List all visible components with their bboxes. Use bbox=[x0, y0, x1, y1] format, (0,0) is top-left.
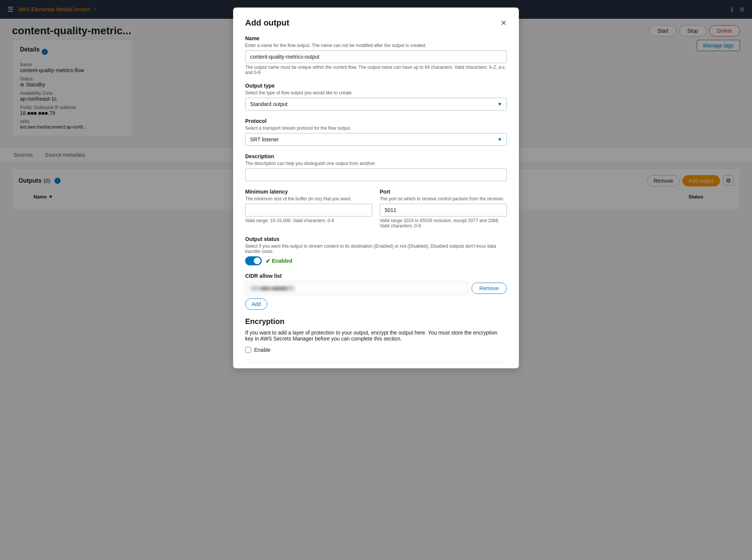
output-status-toggle[interactable] bbox=[245, 256, 262, 265]
protocol-select-wrapper: SRT listener SRT caller RTP RTP-FEC RIST… bbox=[245, 133, 507, 146]
cidr-row: Remove bbox=[245, 282, 507, 295]
name-field-label: Name bbox=[245, 35, 507, 41]
cidr-section: CIDR allow list Remove Add bbox=[245, 273, 507, 310]
name-section: Name Enter a name for the flow output. T… bbox=[245, 35, 507, 75]
latency-port-row: Minimum latency The minimum size of the … bbox=[245, 189, 507, 229]
check-circle-icon: ✔ bbox=[265, 257, 270, 265]
modal-overlay: Add output ✕ Name Enter a name for the f… bbox=[0, 0, 752, 560]
modal-close-button[interactable]: ✕ bbox=[500, 19, 507, 27]
page-background: ☰ AWS Elemental MediaConnect › ℹ ⚙ conte… bbox=[0, 0, 752, 560]
add-cidr-button[interactable]: Add bbox=[245, 298, 267, 310]
port-note: Valid range 1024 to 65535 inclusive, exc… bbox=[380, 218, 507, 229]
enable-encryption-label: Enable bbox=[254, 347, 271, 353]
name-field-hint: Enter a name for the flow output. The na… bbox=[245, 43, 507, 48]
output-type-hint: Select the type of flow output you would… bbox=[245, 90, 507, 95]
cidr-label: CIDR allow list bbox=[245, 273, 507, 279]
protocol-hint: Select a transport stream protocol for t… bbox=[245, 126, 507, 131]
protocol-section: Protocol Select a transport stream proto… bbox=[245, 118, 507, 146]
modal-footer: Cancel Add output bbox=[245, 362, 507, 368]
port-col: Port The port on which to receive contro… bbox=[380, 189, 507, 229]
description-hint: The description can help you distinguish… bbox=[245, 161, 507, 166]
port-hint: The port on which to receive control pac… bbox=[380, 196, 507, 201]
remove-cidr-button[interactable]: Remove bbox=[472, 283, 507, 294]
output-type-label: Output type bbox=[245, 83, 507, 89]
encryption-hint: If you want to add a layer of protection… bbox=[245, 330, 507, 342]
protocol-label: Protocol bbox=[245, 118, 507, 124]
output-status-section: Output status Select if you want this ou… bbox=[245, 236, 507, 265]
description-section: Description The description can help you… bbox=[245, 153, 507, 181]
enable-encryption-row: Enable bbox=[245, 347, 507, 353]
modal-header: Add output ✕ bbox=[245, 18, 507, 28]
min-latency-col: Minimum latency The minimum size of the … bbox=[245, 189, 372, 229]
add-output-modal: Add output ✕ Name Enter a name for the f… bbox=[233, 8, 519, 368]
output-type-select-wrapper: Standard output CDI output ST 2110 JPEG … bbox=[245, 98, 507, 110]
port-input[interactable] bbox=[380, 204, 507, 216]
encryption-section: Encryption If you want to add a layer of… bbox=[245, 317, 507, 353]
output-type-section: Output type Select the type of flow outp… bbox=[245, 83, 507, 110]
output-type-select[interactable]: Standard output CDI output ST 2110 JPEG … bbox=[245, 98, 507, 110]
enabled-label: ✔ Enabled bbox=[265, 257, 292, 265]
output-status-label: Output status bbox=[245, 236, 507, 242]
output-status-hint: Select if you want this output to stream… bbox=[245, 244, 507, 254]
name-field-note: The output name must be unique within th… bbox=[245, 65, 507, 75]
description-label: Description bbox=[245, 153, 507, 159]
name-input[interactable] bbox=[245, 50, 507, 63]
min-latency-input[interactable] bbox=[245, 204, 372, 216]
port-label: Port bbox=[380, 189, 507, 195]
cidr-input[interactable] bbox=[245, 282, 468, 295]
encryption-title: Encryption bbox=[245, 317, 507, 326]
min-latency-hint: The minimum size of the buffer (in ms) t… bbox=[245, 196, 372, 201]
toggle-row: ✔ Enabled bbox=[245, 256, 507, 265]
protocol-select[interactable]: SRT listener SRT caller RTP RTP-FEC RIST… bbox=[245, 133, 507, 146]
min-latency-note: Valid range: 10-15,000. Valid characters… bbox=[245, 218, 372, 223]
enable-encryption-checkbox[interactable] bbox=[245, 347, 251, 353]
min-latency-label: Minimum latency bbox=[245, 189, 372, 195]
modal-title: Add output bbox=[245, 18, 289, 28]
enabled-text: Enabled bbox=[272, 258, 292, 264]
description-input[interactable] bbox=[245, 168, 507, 181]
